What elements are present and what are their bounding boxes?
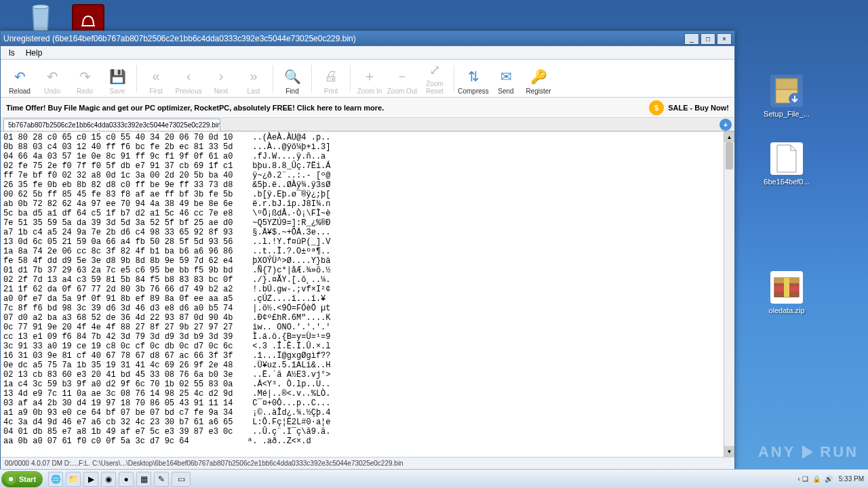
compress-icon: ⇅ <box>464 67 483 86</box>
quicklaunch-media[interactable]: ▶ <box>83 472 98 487</box>
zoom-in-button[interactable]: ＋Zoom In <box>353 61 386 96</box>
svg-rect-2 <box>776 79 797 89</box>
envelope-icon: ✉ <box>496 67 515 86</box>
separator <box>454 65 454 92</box>
toolbar: ↶Reload ↶Undo ↷Redo 💾Save «First ‹Previo… <box>1 60 734 98</box>
zoom-out-icon: － <box>393 67 412 86</box>
redo-icon: ↷ <box>75 67 94 86</box>
play-icon <box>802 445 813 459</box>
floppy-icon: 💾 <box>108 67 127 86</box>
tray-icon[interactable]: ❏ <box>802 475 808 483</box>
tray-icon[interactable]: 🔒 <box>812 475 821 483</box>
fullscreen-icon: ⤢ <box>425 61 444 79</box>
menubar: ls Help <box>1 46 734 60</box>
titlebar[interactable]: Unregistered (6be164bef06b767ab807b2506c… <box>1 31 734 46</box>
maximize-button[interactable]: □ <box>701 33 715 45</box>
quicklaunch-explorer[interactable]: 📁 <box>66 472 81 487</box>
desktop-label: oledata.zip <box>760 306 814 314</box>
desktop-label: Setup_File_... <box>760 110 814 118</box>
coin-icon: $ <box>649 100 664 115</box>
zoom-in-icon: ＋ <box>360 67 379 86</box>
printer-icon: 🖨 <box>321 67 340 86</box>
menu-ls[interactable]: ls <box>3 47 20 59</box>
minimize-button[interactable]: _ <box>684 33 699 45</box>
last-button[interactable]: »Last <box>237 61 270 96</box>
taskbar: Start 🌐 📁 ▶ ◉ ● ▦ ✎ ▭ ‹ ❏ 🔒 🔊 5:33 PM <box>0 469 868 488</box>
separator <box>350 65 351 92</box>
right-arrow-icon: › <box>212 67 231 86</box>
system-tray[interactable]: ‹ ❏ 🔒 🔊 5:33 PM <box>795 475 867 483</box>
quicklaunch-chrome[interactable]: ◉ <box>101 472 116 487</box>
scroll-up-button[interactable]: ▲ <box>724 131 734 142</box>
scroll-track[interactable] <box>724 142 734 446</box>
quicklaunch-app2[interactable]: ▦ <box>136 472 151 487</box>
separator <box>136 65 137 92</box>
save-button[interactable]: 💾Save <box>101 61 134 96</box>
compress-button[interactable]: ⇅Compress <box>457 61 490 96</box>
redo-button[interactable]: ↷Redo <box>68 61 101 96</box>
quicklaunch-app1[interactable]: ● <box>119 472 134 487</box>
quicklaunch-app3[interactable]: ✎ <box>154 472 169 487</box>
tab-strip: 5b767ab807b2506c2e1bb6c4dda0333c392e3c50… <box>1 118 734 131</box>
print-button[interactable]: 🖨Print <box>315 61 347 96</box>
sale-text: SALE - Buy Now! <box>668 104 729 112</box>
undo-icon: ↶ <box>43 67 62 86</box>
next-button[interactable]: ›Next <box>205 61 237 96</box>
status-text: 00/0000 4.0.07 DM D:....F:L. C:\Users\..… <box>5 460 403 467</box>
magnify-icon: 🔍 <box>283 67 302 86</box>
reload-button[interactable]: ↶Reload <box>3 61 36 96</box>
undo-button[interactable]: ↶Undo <box>36 61 68 96</box>
archive-icon <box>770 271 803 304</box>
desktop-zip-file[interactable]: oledata.zip <box>760 271 814 314</box>
svg-point-0 <box>33 5 49 9</box>
desktop-bin-file[interactable]: 6be164bef0... <box>760 142 814 186</box>
separator <box>273 65 273 92</box>
menu-help[interactable]: Help <box>20 47 48 59</box>
window-title: Unregistered (6be164bef06b767ab807b2506c… <box>3 34 683 43</box>
vertical-scrollbar[interactable]: ▲ ▼ <box>724 131 734 457</box>
tray-icon[interactable]: 🔊 <box>825 475 833 483</box>
quicklaunch-ie[interactable]: 🌐 <box>48 472 63 487</box>
file-icon <box>770 142 803 175</box>
start-button[interactable]: Start <box>1 471 43 487</box>
tab-label: 5b767ab807b2506c2e1bb6c4dda0333c392e3c50… <box>8 121 220 129</box>
installer-icon <box>770 75 803 107</box>
add-tab-button[interactable]: + <box>719 119 732 131</box>
send-button[interactable]: ✉Send <box>490 61 522 96</box>
status-bar: 00/0000 4.0.07 DM D:....F:L. C:\Users\..… <box>1 457 734 469</box>
promo-text: Time Offer! Buy File Magic and get our P… <box>6 104 649 112</box>
scroll-thumb[interactable] <box>726 142 733 169</box>
left-arrow-icon: ‹ <box>179 67 198 86</box>
key-icon: 🔑 <box>529 67 548 86</box>
promo-bar[interactable]: Time Offer! Buy File Magic and get our P… <box>1 98 734 118</box>
tray-icon[interactable]: ‹ <box>797 475 800 483</box>
undo-curve-icon: ↶ <box>10 67 29 86</box>
previous-button[interactable]: ‹Previous <box>172 61 205 96</box>
double-left-icon: « <box>146 67 165 86</box>
zoom-out-button[interactable]: －Zoom Out <box>386 61 418 96</box>
close-button[interactable]: × <box>717 33 732 45</box>
watermark: ANY RUN <box>758 443 859 461</box>
separator <box>311 65 312 92</box>
first-button[interactable]: «First <box>140 61 172 96</box>
find-button[interactable]: 🔍Find <box>276 61 309 96</box>
hex-viewer[interactable]: 01 80 28 c0 65 c0 15 c0 55 40 34 20 06 7… <box>1 131 734 457</box>
desktop-setup-file[interactable]: Setup_File_... <box>760 75 814 118</box>
clock[interactable]: 5:33 PM <box>839 475 864 483</box>
scroll-down-button[interactable]: ▼ <box>724 446 734 457</box>
taskbar-window[interactable]: ▭ <box>172 472 191 487</box>
double-right-icon: » <box>244 67 263 86</box>
app-window: Unregistered (6be164bef06b767ab807b2506c… <box>0 30 735 470</box>
svg-rect-7 <box>784 278 789 297</box>
desktop-label: 6be164bef0... <box>760 178 814 186</box>
tab-bin-file[interactable]: 5b767ab807b2506c2e1bb6c4dda0333c392e3c50… <box>3 119 220 131</box>
register-button[interactable]: 🔑Register <box>522 61 555 96</box>
zoom-reset-button[interactable]: ⤢Zoom Reset <box>418 61 451 96</box>
